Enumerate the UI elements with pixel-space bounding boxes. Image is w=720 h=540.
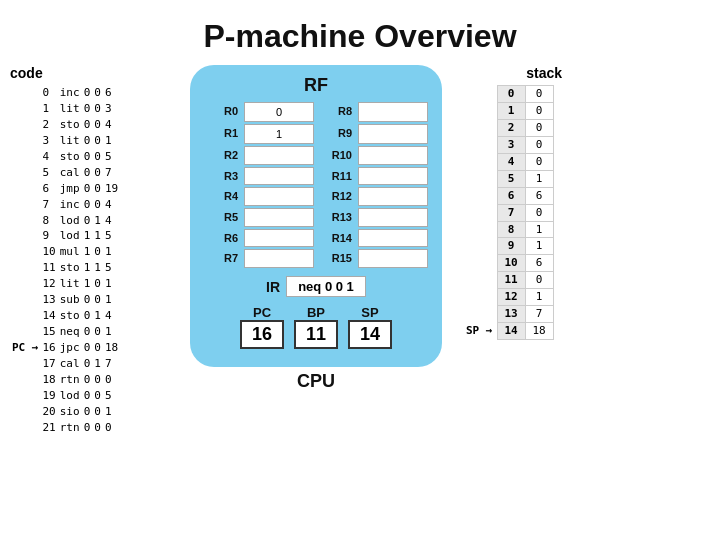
stack-row: 20 (462, 119, 553, 136)
stack-row: 121 (462, 289, 553, 306)
rf-label: RF (304, 75, 328, 96)
rf-reg-value-left (244, 208, 314, 227)
rf-reg-label-left: R1 (204, 124, 240, 144)
code-row: 12lit101 (10, 276, 120, 292)
rf-reg-value-right (358, 124, 428, 144)
stack-value: 0 (525, 86, 553, 103)
code-row: 19lod005 (10, 388, 120, 404)
code-a: 0 (82, 165, 93, 181)
code-instr: neq (58, 324, 82, 340)
stack-value: 0 (525, 102, 553, 119)
code-row: 14sto014 (10, 308, 120, 324)
page-title: P-machine Overview (0, 0, 720, 65)
code-a: 0 (82, 292, 93, 308)
pc-arrow-cell (10, 181, 41, 197)
stack-idx: 12 (497, 289, 525, 306)
stack-row: 110 (462, 272, 553, 289)
pc-arrow-cell (10, 308, 41, 324)
pc-bp-sp-row: PC 16 BP 11 SP 14 (240, 305, 392, 349)
pc-arrow-cell (10, 276, 41, 292)
code-row: 0inc006 (10, 85, 120, 101)
code-idx: 6 (41, 181, 58, 197)
stack-label: stack (462, 65, 562, 81)
code-b: 0 (92, 324, 103, 340)
rf-reg-value-left (244, 146, 314, 165)
code-a: 0 (82, 308, 93, 324)
stack-value: 1 (525, 170, 553, 187)
code-row: 18rtn000 (10, 372, 120, 388)
pc-arrow-cell (10, 213, 41, 229)
code-a: 1 (82, 244, 93, 260)
code-instr: lit (58, 276, 82, 292)
code-b: 1 (92, 213, 103, 229)
pc-arrow-cell (10, 324, 41, 340)
code-idx: 15 (41, 324, 58, 340)
code-b: 1 (92, 308, 103, 324)
code-idx: 20 (41, 404, 58, 420)
rf-reg-value-left (244, 187, 314, 206)
rf-reg-value-right (358, 208, 428, 227)
code-row: 20sio001 (10, 404, 120, 420)
sp-value: 14 (348, 320, 392, 349)
rf-reg-label-right: R11 (318, 167, 354, 186)
code-instr: inc (58, 85, 82, 101)
rf-reg-value-left: 0 (244, 102, 314, 122)
code-idx: 1 (41, 101, 58, 117)
stack-row: SP →1418 (462, 323, 553, 340)
stack-idx: 8 (497, 221, 525, 238)
stack-row: 00 (462, 86, 553, 103)
rf-reg-label-left: R2 (204, 146, 240, 165)
code-c: 1 (103, 244, 120, 260)
code-b: 0 (92, 149, 103, 165)
stack-idx: 9 (497, 238, 525, 255)
code-b: 0 (92, 420, 103, 436)
code-c: 7 (103, 356, 120, 372)
sp-arrow-cell (462, 119, 497, 136)
code-instr: cal (58, 165, 82, 181)
stack-idx: 5 (497, 170, 525, 187)
sp-arrow-cell (462, 187, 497, 204)
stack-value: 1 (525, 221, 553, 238)
ir-label: IR (266, 279, 280, 295)
rf-reg-value-right (358, 102, 428, 122)
code-c: 4 (103, 117, 120, 133)
rf-reg-value-right (358, 146, 428, 165)
cpu-box: RF R00R8R11R9R2R10R3R11R4R12R5R13R6R14R7… (190, 65, 442, 367)
stack-idx: 1 (497, 102, 525, 119)
pc-arrow-cell (10, 165, 41, 181)
code-b: 0 (92, 101, 103, 117)
code-b: 0 (92, 85, 103, 101)
code-c: 3 (103, 101, 120, 117)
stack-row: 30 (462, 136, 553, 153)
sp-label: SP (361, 305, 378, 320)
code-a: 0 (82, 372, 93, 388)
stack-idx: 2 (497, 119, 525, 136)
code-idx: 9 (41, 228, 58, 244)
rf-reg-value-right (358, 229, 428, 248)
stack-idx: 3 (497, 136, 525, 153)
code-row: PC →16jpc0018 (10, 340, 120, 356)
code-a: 0 (82, 356, 93, 372)
pc-arrow-cell (10, 85, 41, 101)
code-b: 0 (92, 388, 103, 404)
pc-arrow-cell (10, 117, 41, 133)
sp-arrow-cell (462, 86, 497, 103)
code-a: 0 (82, 404, 93, 420)
sp-arrow-cell (462, 153, 497, 170)
pc-arrow-cell (10, 133, 41, 149)
code-b: 0 (92, 165, 103, 181)
code-row: 15neq001 (10, 324, 120, 340)
stack-value: 0 (525, 136, 553, 153)
stack-idx: 0 (497, 86, 525, 103)
stack-row: 81 (462, 221, 553, 238)
pc-arrow-cell (10, 372, 41, 388)
pc-value: 16 (240, 320, 284, 349)
code-idx: 3 (41, 133, 58, 149)
stack-panel: stack 00102030405166708191106110121137SP… (462, 65, 562, 340)
pc-arrow-cell (10, 149, 41, 165)
pc-arrow-cell (10, 260, 41, 276)
code-c: 5 (103, 149, 120, 165)
code-b: 0 (92, 372, 103, 388)
sp-arrow-cell (462, 238, 497, 255)
code-a: 0 (82, 85, 93, 101)
